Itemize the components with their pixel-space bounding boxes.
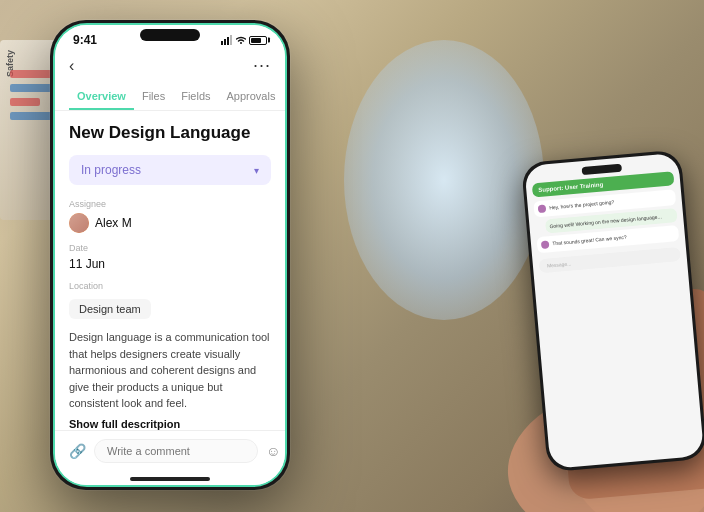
tab-overview[interactable]: Overview (69, 84, 134, 110)
back-button[interactable]: ‹ (69, 57, 74, 75)
svg-rect-3 (221, 41, 223, 45)
avatar-image (69, 213, 89, 233)
scrollable-content: New Design Language In progress ▾ Assign… (55, 111, 285, 430)
content-area: New Design Language In progress ▾ Assign… (55, 111, 285, 430)
date-field: Date 11 Jun (69, 243, 271, 271)
wifi-icon (236, 35, 246, 45)
assignee-field: Assignee Alex M (69, 199, 271, 233)
tab-time[interactable]: Time tr (283, 84, 287, 110)
phone-screen: 9:41 (53, 23, 287, 487)
nav-bar: ‹ ··· (55, 51, 285, 84)
secondary-header-text: Support: User Training (538, 181, 603, 193)
chat-text-1: Hey, how's the project going? (549, 199, 614, 211)
signal-icon (221, 35, 233, 45)
location-label: Location (69, 281, 271, 291)
battery-icon (249, 36, 267, 45)
tabs-row: Overview Files Fields Approvals Time tr (55, 84, 285, 111)
safety-line (10, 84, 52, 92)
attach-icon[interactable]: 🔗 (69, 443, 86, 459)
phone-right: Support: User Training Hey, how's the pr… (378, 106, 704, 512)
assignee-label: Assignee (69, 199, 271, 209)
assignee-row: Alex M (69, 213, 271, 233)
safety-line (10, 98, 40, 106)
main-phone: 9:41 (50, 20, 290, 490)
home-indicator (55, 471, 285, 485)
date-value: 11 Jun (69, 257, 271, 271)
chat-avatar-2 (541, 240, 550, 249)
date-label: Date (69, 243, 271, 253)
battery-fill (251, 38, 261, 43)
tab-approvals[interactable]: Approvals (219, 84, 284, 110)
status-time: 9:41 (73, 33, 97, 47)
tab-files[interactable]: Files (134, 84, 173, 110)
task-title: New Design Language (69, 123, 271, 143)
location-tag[interactable]: Design team (69, 299, 151, 319)
svg-rect-5 (227, 37, 229, 45)
svg-rect-4 (224, 39, 226, 45)
comment-input-bar: 🔗 ☺ (55, 430, 285, 471)
status-label: In progress (81, 163, 141, 177)
phone-body: 9:41 (50, 20, 290, 490)
chat-avatar (538, 204, 547, 213)
assignee-avatar (69, 213, 89, 233)
tab-fields[interactable]: Fields (173, 84, 218, 110)
status-dropdown[interactable]: In progress ▾ (69, 155, 271, 185)
chevron-down-icon: ▾ (254, 165, 259, 176)
app-layout: 9:41 (55, 25, 285, 485)
secondary-input-text: Message... (547, 260, 572, 268)
location-field: Location Design team (69, 281, 271, 319)
secondary-phone-screen: Support: User Training Hey, how's the pr… (524, 153, 704, 469)
more-button[interactable]: ··· (253, 55, 271, 76)
home-bar (130, 477, 210, 481)
notch-pill (140, 29, 200, 41)
status-bar: 9:41 (55, 25, 285, 51)
description-text: Design language is a communication tool … (69, 329, 271, 412)
emoji-icon[interactable]: ☺ (266, 443, 280, 459)
svg-rect-6 (230, 35, 232, 45)
notch (582, 164, 623, 175)
comment-input-field[interactable] (94, 439, 258, 463)
status-icons (221, 35, 267, 45)
assignee-name: Alex M (95, 216, 132, 230)
show-full-button[interactable]: Show full descritpion (69, 418, 271, 430)
secondary-phone-body: Support: User Training Hey, how's the pr… (521, 149, 704, 472)
